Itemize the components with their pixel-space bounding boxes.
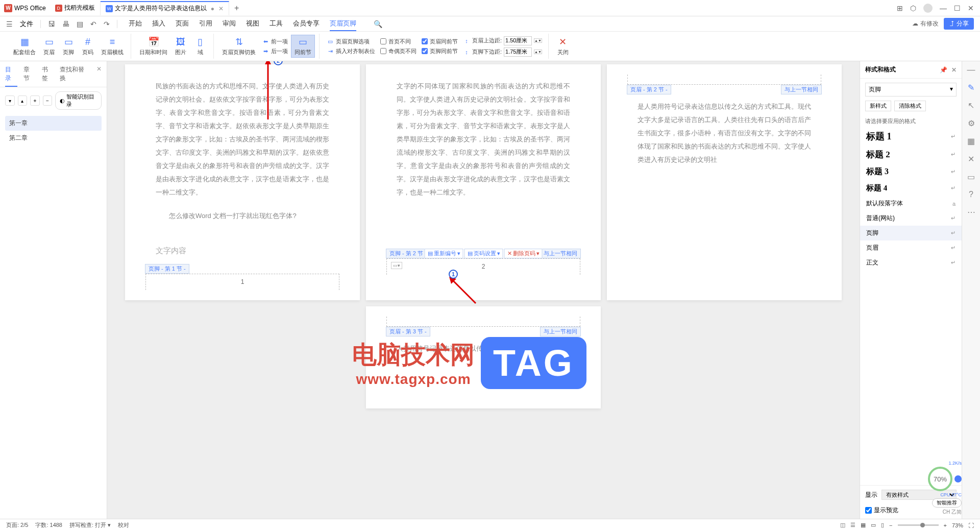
- more-icon[interactable]: ⋯: [967, 207, 975, 217]
- close-hf-button[interactable]: ✕关闭: [554, 35, 572, 57]
- smart-recommend-button[interactable]: 智能推荐: [932, 498, 962, 508]
- undo-icon[interactable]: ↶: [90, 20, 96, 28]
- word-count[interactable]: 字数: 1488: [35, 521, 62, 529]
- toc-item[interactable]: 第一章: [5, 116, 102, 131]
- style-item[interactable]: 默认段落字体a: [860, 196, 962, 211]
- minimize-button[interactable]: —: [940, 4, 947, 12]
- perf-dot-icon[interactable]: [954, 475, 962, 482]
- print-icon[interactable]: 🖶: [62, 20, 69, 28]
- view-icon[interactable]: ▦: [861, 522, 866, 528]
- style-selector[interactable]: 页脚 ▾: [865, 83, 957, 96]
- select-icon[interactable]: ↖: [968, 101, 974, 110]
- left-tab-chapter[interactable]: 章节: [23, 65, 36, 87]
- sameprev-button[interactable]: ▭同前节: [291, 35, 315, 58]
- tab-page[interactable]: 页面: [176, 17, 189, 31]
- document-area[interactable]: 2 1 电脑技术网 www.tagxp.com TAG 民族的书面表达的方式和思…: [107, 61, 860, 519]
- tab-start[interactable]: 开始: [129, 17, 142, 31]
- zoom-in[interactable]: +: [944, 522, 947, 528]
- help-icon[interactable]: ?: [969, 190, 973, 199]
- header-region[interactable]: 页眉 - 第 2 节 - 与上一节相同: [627, 75, 821, 85]
- close-icon[interactable]: ✕: [951, 66, 957, 74]
- switch-button[interactable]: ⇅页眉页脚切换: [219, 35, 259, 57]
- view-icon[interactable]: ▭: [871, 522, 876, 528]
- book-icon[interactable]: ▭: [967, 172, 975, 182]
- footer-bot-dist[interactable]: ↕页脚下边距:▲▼: [461, 47, 544, 57]
- maximize-button[interactable]: ☐: [954, 4, 961, 12]
- remove-button[interactable]: −: [43, 95, 53, 106]
- view-icon[interactable]: ☰: [850, 522, 855, 528]
- preview-icon[interactable]: ▤: [77, 20, 83, 28]
- file-menu[interactable]: 文件: [20, 19, 33, 29]
- left-tab-toc[interactable]: 目录: [5, 65, 17, 87]
- renumber-button[interactable]: ▤ 重新编号 ▾: [425, 249, 463, 258]
- view-icon[interactable]: ◫: [840, 522, 845, 528]
- collapse-icon[interactable]: —: [967, 65, 975, 75]
- proof[interactable]: 校对: [118, 521, 129, 529]
- perf-circle[interactable]: 70%: [928, 467, 952, 491]
- footer-button[interactable]: ▭页脚: [59, 35, 78, 57]
- tab-templates[interactable]: D 找稻壳模板: [50, 1, 101, 15]
- left-tab-bookmark[interactable]: 书签: [42, 65, 54, 87]
- style-item[interactable]: 正文↵: [860, 255, 962, 270]
- hline-button[interactable]: ≡页眉横线: [98, 36, 127, 57]
- avatar-icon[interactable]: [923, 4, 933, 13]
- smart-toc-button[interactable]: ◐ 智能识别目录: [55, 91, 102, 110]
- tools-icon[interactable]: ✕: [968, 154, 974, 164]
- combo-button[interactable]: ▦配套组合: [10, 35, 39, 57]
- share-button[interactable]: ⮥ 分享: [944, 18, 974, 30]
- footer-same-check[interactable]: 页脚同前节: [420, 47, 460, 56]
- toc-item[interactable]: 第二章: [5, 131, 102, 146]
- app-icon[interactable]: ⊞: [897, 4, 903, 12]
- spell-check[interactable]: 拼写检查: 打开 ▾: [69, 521, 111, 529]
- tab-review[interactable]: 审阅: [223, 17, 236, 31]
- pagenum-settings-button[interactable]: ▤ 页码设置 ▾: [464, 249, 503, 258]
- next-button[interactable]: ➡后一项: [260, 47, 290, 56]
- style-item[interactable]: 标题 3↵: [860, 163, 962, 180]
- header-top-dist[interactable]: ↕页眉上边距:▲▼: [461, 36, 544, 46]
- style-item[interactable]: 页脚↵: [860, 226, 962, 240]
- tab-headerfooter[interactable]: 页眉页脚: [330, 17, 356, 31]
- settings-icon[interactable]: ⚙: [968, 118, 975, 128]
- pagenum-button[interactable]: #页码: [79, 36, 97, 57]
- new-style-button[interactable]: 新样式: [865, 101, 891, 111]
- preview-checkbox[interactable]: [865, 507, 872, 514]
- tab-tools[interactable]: 工具: [270, 17, 283, 31]
- delete-pagenum-button[interactable]: ✕ 删除页码 ▾: [504, 249, 543, 258]
- style-item[interactable]: 标题 4↵: [860, 180, 962, 196]
- pin-icon[interactable]: 📌: [940, 66, 947, 74]
- clear-format-button[interactable]: 清除格式: [894, 101, 926, 111]
- redo-icon[interactable]: ↷: [104, 20, 110, 28]
- edit-icon[interactable]: ✎: [968, 83, 974, 92]
- fit-icon[interactable]: ⛶: [968, 522, 974, 528]
- footer-tab-icon[interactable]: ▭▾: [391, 262, 402, 269]
- tab-member[interactable]: 会员专享: [293, 17, 320, 31]
- layout-icon[interactable]: ▦: [967, 136, 975, 146]
- hf-options[interactable]: ▭页眉页脚选项: [325, 37, 377, 46]
- tab-view[interactable]: 视图: [246, 17, 259, 31]
- style-item[interactable]: 普通(网站)↵: [860, 211, 962, 226]
- expand-button[interactable]: ▴: [18, 95, 28, 106]
- zoom-value[interactable]: 73%: [952, 522, 963, 528]
- left-tab-find[interactable]: 查找和替换: [60, 65, 90, 87]
- zoom-out[interactable]: −: [889, 522, 892, 528]
- tab-ref[interactable]: 引用: [199, 17, 212, 31]
- cloud-modified[interactable]: ☁ 有修改: [912, 19, 938, 28]
- menu-icon[interactable]: ☰: [6, 20, 13, 28]
- style-item[interactable]: 标题 1↵: [860, 127, 962, 146]
- close-icon[interactable]: ✕: [96, 65, 102, 87]
- close-button[interactable]: ✕: [968, 4, 974, 12]
- datetime-button[interactable]: 📅日期和时间: [136, 35, 170, 57]
- new-tab-button[interactable]: +: [229, 4, 244, 13]
- style-item[interactable]: 页眉↵: [860, 240, 962, 255]
- cube-icon[interactable]: ⬡: [910, 4, 916, 12]
- tab-insert[interactable]: 插入: [152, 17, 165, 31]
- search-icon[interactable]: 🔍: [374, 20, 382, 28]
- header-same-check[interactable]: 页眉同前节: [420, 37, 460, 46]
- oddeven-diff-check[interactable]: 奇偶页不同: [378, 47, 419, 56]
- add-button[interactable]: +: [30, 95, 40, 106]
- close-icon[interactable]: ✕: [218, 5, 224, 12]
- collapse-button[interactable]: ▾: [5, 95, 15, 106]
- save-icon[interactable]: 🖫: [48, 20, 55, 28]
- insert-align[interactable]: ⇥插入对齐制表位: [325, 47, 377, 56]
- image-button[interactable]: 🖼图片: [172, 36, 190, 57]
